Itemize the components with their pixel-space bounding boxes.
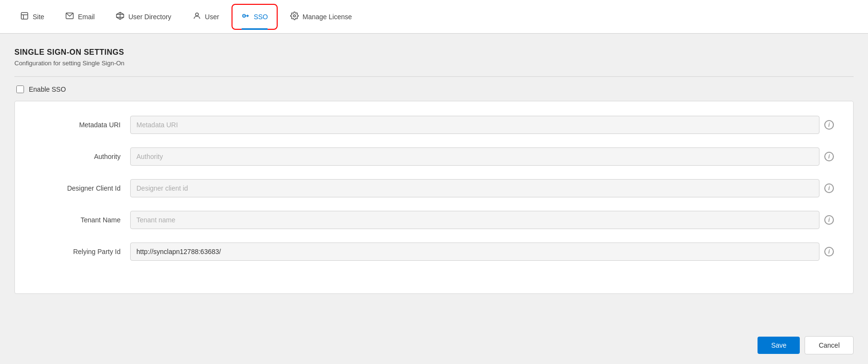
main-content: SINGLE SIGN-ON SETTINGS Configuration fo… [0,34,868,331]
svg-point-6 [196,13,198,16]
nav-label-user: User [205,13,220,21]
save-button[interactable]: Save [758,337,800,354]
form-row-metadata-uri: Metadata URI i [34,116,834,134]
input-wrapper-relying-party-id: i [130,243,834,261]
label-relying-party-id: Relying Party Id [34,248,130,255]
enable-sso-row: Enable SSO [14,85,854,93]
info-icon-relying-party-id[interactable]: i [824,247,834,256]
input-metadata-uri[interactable] [130,116,819,134]
nav-label-sso: SSO [254,13,268,21]
label-tenant-name: Tenant Name [34,216,130,224]
svg-rect-0 [21,12,28,19]
user-icon [193,12,201,22]
input-wrapper-designer-client-id: i [130,179,834,197]
email-icon [65,12,74,22]
input-wrapper-authority: i [130,147,834,166]
svg-point-9 [293,14,296,17]
svg-point-8 [244,15,245,16]
manage-license-icon [290,12,299,22]
form-row-authority: Authority i [34,147,834,166]
nav-label-user-directory: User Directory [128,13,171,21]
nav-label-manage-license: Manage License [303,13,352,21]
input-tenant-name[interactable] [130,211,819,229]
info-icon-authority[interactable]: i [824,152,834,161]
nav-item-manage-license[interactable]: Manage License [280,0,363,34]
nav-item-email[interactable]: Email [55,0,105,34]
section-divider [14,76,854,77]
nav-item-sso[interactable]: SSO [232,4,278,30]
label-designer-client-id: Designer Client Id [34,184,130,192]
input-wrapper-metadata-uri: i [130,116,834,134]
nav-label-site: Site [33,13,44,21]
input-relying-party-id[interactable] [130,243,819,261]
input-authority[interactable] [130,147,819,166]
input-designer-client-id[interactable] [130,179,819,197]
page-subtitle: Configuration for setting Single Sign-On [14,60,854,67]
cancel-button[interactable]: Cancel [805,336,854,354]
page-title: SINGLE SIGN-ON SETTINGS [14,48,854,57]
nav-item-user-directory[interactable]: User Directory [105,0,182,34]
form-card: Metadata URI i Authority i Designer Clie… [14,101,854,294]
form-row-tenant-name: Tenant Name i [34,211,834,229]
sso-icon [241,12,250,22]
nav-item-site[interactable]: Site [10,0,55,34]
form-row-relying-party-id: Relying Party Id i [34,243,834,261]
nav-label-email: Email [78,13,95,21]
input-wrapper-tenant-name: i [130,211,834,229]
label-metadata-uri: Metadata URI [34,121,130,129]
nav-item-user[interactable]: User [182,0,230,34]
site-icon [20,12,29,22]
form-row-designer-client-id: Designer Client Id i [34,179,834,197]
enable-sso-checkbox[interactable] [16,85,24,93]
info-icon-tenant-name[interactable]: i [824,215,834,225]
label-authority: Authority [34,153,130,160]
enable-sso-label: Enable SSO [29,85,66,93]
info-icon-metadata-uri[interactable]: i [824,120,834,130]
user-directory-icon [116,12,124,22]
page-wrapper: Site Email User Directory [0,0,868,364]
page-footer: Save Cancel [0,331,868,364]
top-nav: Site Email User Directory [0,0,868,34]
info-icon-designer-client-id[interactable]: i [824,183,834,193]
